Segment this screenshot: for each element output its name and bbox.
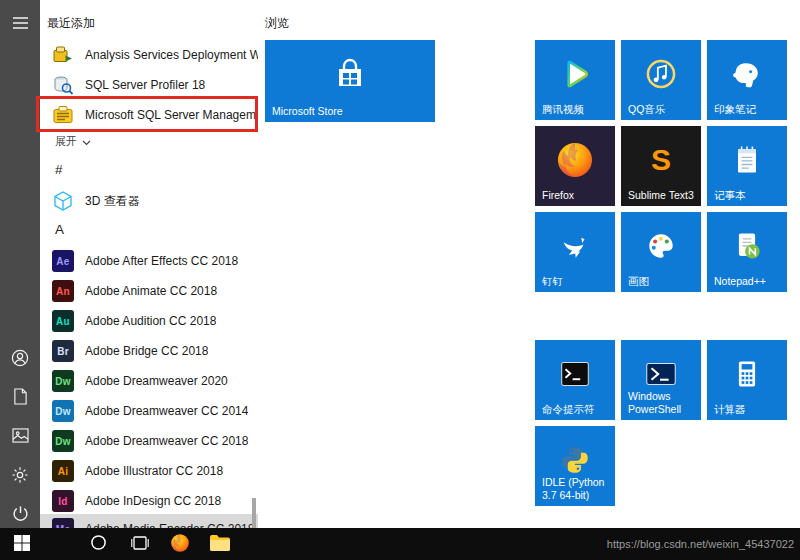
tile-command-prompt[interactable]: 命令提示符: [535, 340, 615, 420]
3d-viewer-icon: [52, 190, 74, 212]
tile-sublime-text[interactable]: S Sublime Text3: [621, 126, 701, 206]
section-header-a[interactable]: A: [55, 222, 64, 237]
taskbar-file-explorer-button[interactable]: [202, 528, 238, 560]
tile-label: 记事本: [714, 189, 783, 202]
menu-button[interactable]: [0, 6, 40, 42]
app-item-ssms[interactable]: Microsoft SQL Server Manageme...: [40, 100, 258, 130]
app-item-adobe-illustrator[interactable]: Ai Adobe Illustrator CC 2018: [40, 456, 258, 486]
section-header-hash[interactable]: #: [55, 162, 63, 177]
app-item-label: Analysis Services Deployment Wi...: [85, 48, 258, 62]
tile-tencent-video[interactable]: 腾讯视频: [535, 40, 615, 120]
tile-label: 腾讯视频: [542, 103, 611, 116]
app-item-adobe-bridge[interactable]: Br Adobe Bridge CC 2018: [40, 336, 258, 366]
app-item-sql-server-profiler[interactable]: SQL Server Profiler 18: [40, 70, 258, 100]
pictures-button[interactable]: [0, 419, 40, 455]
command-prompt-icon: [556, 355, 594, 393]
app-item-adobe-dreamweaver-cc2018[interactable]: Dw Adobe Dreamweaver CC 2018: [40, 426, 258, 456]
cortana-search-icon: [90, 534, 107, 554]
pictures-icon: [12, 428, 29, 446]
tile-evernote[interactable]: 印象笔记: [707, 40, 787, 120]
sublime-icon: S: [651, 143, 671, 177]
tile-idle-python[interactable]: IDLE (Python 3.7 64-bit): [535, 426, 615, 506]
adobe-au-icon: Au: [52, 310, 74, 332]
tile-microsoft-store[interactable]: Microsoft Store: [265, 40, 435, 122]
start-rail: [0, 0, 40, 528]
power-icon: [12, 505, 29, 525]
cortana-search-button[interactable]: [80, 528, 116, 560]
adobe-br-icon: Br: [52, 340, 74, 362]
user-button[interactable]: [0, 341, 40, 377]
tile-label: Firefox: [542, 189, 611, 202]
tile-notepad[interactable]: 记事本: [707, 126, 787, 206]
scrollbar-thumb[interactable]: [252, 498, 256, 528]
watermark-url: https://blog.csdn.net/weixin_45437022: [607, 538, 794, 550]
tile-label: 命令提示符: [542, 403, 611, 416]
firefox-icon: [169, 532, 191, 557]
tile-label: IDLE (Python 3.7 64-bit): [542, 476, 611, 502]
firefox-icon: [553, 138, 597, 182]
tile-notepad-plus-plus[interactable]: Notepad++: [707, 212, 787, 292]
app-item-label: Adobe Illustrator CC 2018: [85, 464, 223, 478]
tile-paint[interactable]: 画图: [621, 212, 701, 292]
tencent-video-icon: [557, 56, 593, 92]
chevron-down-icon: [82, 136, 91, 148]
app-item-adobe-animate[interactable]: An Adobe Animate CC 2018: [40, 276, 258, 306]
paint-icon: [643, 228, 679, 264]
app-item-label: Adobe Dreamweaver CC 2014: [85, 404, 248, 418]
taskbar-firefox-button[interactable]: [162, 528, 198, 560]
app-item-3d-viewer[interactable]: 3D 查看器: [40, 186, 258, 216]
app-item-adobe-dreamweaver-cc2014[interactable]: Dw Adobe Dreamweaver CC 2014: [40, 396, 258, 426]
tile-label: Windows PowerShell: [628, 390, 697, 416]
expand-label: 展开: [55, 134, 77, 149]
app-item-label: Adobe Animate CC 2018: [85, 284, 217, 298]
app-item-label: Adobe After Effects CC 2018: [85, 254, 238, 268]
tile-qq-music[interactable]: QQ音乐: [621, 40, 701, 120]
tile-group-header: 浏览: [265, 15, 289, 32]
settings-icon: [11, 466, 29, 487]
adobe-an-icon: An: [52, 280, 74, 302]
tile-label: 计算器: [714, 403, 783, 416]
app-item-adobe-audition[interactable]: Au Adobe Audition CC 2018: [40, 306, 258, 336]
task-view-button[interactable]: [122, 528, 158, 560]
app-item-label: Adobe InDesign CC 2018: [85, 494, 221, 508]
microsoft-store-icon: [329, 55, 371, 95]
app-item-label: SQL Server Profiler 18: [85, 78, 205, 92]
app-item-analysis-services-wizard[interactable]: Analysis Services Deployment Wi...: [40, 40, 258, 70]
evernote-icon: [729, 56, 765, 92]
expand-toggle[interactable]: 展开: [55, 134, 91, 149]
task-view-icon: [131, 534, 149, 555]
documents-icon: [13, 388, 28, 408]
tile-dingtalk[interactable]: 钉钉: [535, 212, 615, 292]
sql-profiler-icon: [52, 74, 74, 96]
app-item-label: Adobe Dreamweaver CC 2018: [85, 434, 248, 448]
tile-firefox[interactable]: Firefox: [535, 126, 615, 206]
adobe-ai-icon: Ai: [52, 460, 74, 482]
dingtalk-icon: [556, 227, 594, 265]
tile-windows-powershell[interactable]: Windows PowerShell: [621, 340, 701, 420]
adobe-ae-icon: Ae: [52, 250, 74, 272]
analysis-services-icon: [52, 44, 74, 66]
qq-music-icon: [643, 56, 679, 92]
app-item-adobe-dreamweaver-2020[interactable]: Dw Adobe Dreamweaver 2020: [40, 366, 258, 396]
tile-label: Sublime Text3: [628, 189, 697, 202]
tile-label: 钉钉: [542, 275, 611, 288]
app-item-adobe-indesign[interactable]: Id Adobe InDesign CC 2018: [40, 486, 258, 516]
settings-button[interactable]: [0, 458, 40, 494]
menu-icon: [12, 16, 29, 33]
start-button[interactable]: [4, 528, 40, 560]
start-icon: [14, 535, 30, 554]
adobe-id-icon: Id: [52, 490, 74, 512]
ssms-icon: [52, 104, 74, 126]
file-explorer-icon: [209, 534, 231, 555]
app-item-label: Adobe Dreamweaver 2020: [85, 374, 228, 388]
recent-added-header: 最近添加: [47, 15, 95, 32]
start-menu-screen: 最近添加 Analysis Services Deployment Wi... …: [0, 0, 800, 560]
tile-calculator[interactable]: 计算器: [707, 340, 787, 420]
tile-label: 印象笔记: [714, 103, 783, 116]
documents-button[interactable]: [0, 380, 40, 416]
app-item-adobe-after-effects[interactable]: Ae Adobe After Effects CC 2018: [40, 246, 258, 276]
app-list: 最近添加 Analysis Services Deployment Wi... …: [40, 0, 258, 528]
tile-label: Microsoft Store: [272, 105, 431, 118]
tile-label: 画图: [628, 275, 697, 288]
app-item-label: Microsoft SQL Server Manageme...: [85, 108, 258, 122]
